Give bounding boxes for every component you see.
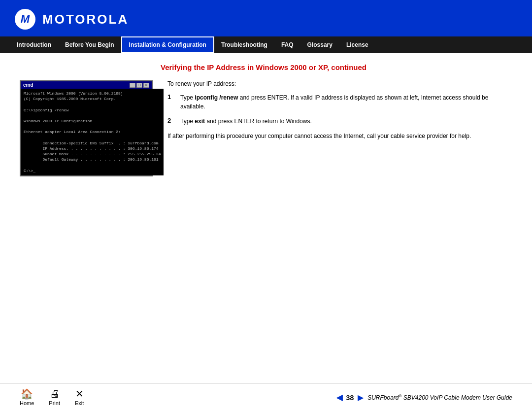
page-number: 38	[346, 394, 354, 402]
footer: 🏠 Home 🖨 Print ✕ Exit ◀ 38 ▶ SURFboard® …	[0, 383, 532, 411]
logo-m-symbol: M	[21, 13, 30, 26]
footer-home-label: Home	[20, 400, 34, 406]
footer-print-label: Print	[49, 400, 60, 406]
text-content: To renew your IP address: 1 Type ipconfi…	[167, 80, 507, 140]
motorola-logo-circle: M	[15, 9, 35, 30]
cmd-body-wrapper: Microsoft Windows 2000 [Version 5.00.219…	[21, 89, 152, 175]
cmd-body-text: Microsoft Windows 2000 [Version 5.00.219…	[21, 89, 164, 175]
step-2-text: Type exit and press ENTER to return to W…	[180, 117, 312, 126]
guide-title: SURFboard® SBV4200 VoIP Cable Modem User…	[367, 394, 512, 401]
footer-right: ◀ 38 ▶ SURFboard® SBV4200 VoIP Cable Mod…	[336, 393, 512, 402]
cmd-minimize-button[interactable]: _	[130, 83, 135, 88]
back-arrow-icon: ◀	[336, 393, 342, 402]
footer-nav: 🏠 Home 🖨 Print ✕ Exit	[20, 389, 84, 406]
nav-before-you-begin[interactable]: Before You Begin	[58, 36, 121, 53]
cmd-close-button[interactable]: ×	[143, 83, 149, 88]
nav-glossary[interactable]: Glossary	[300, 36, 339, 53]
nav-troubleshooting[interactable]: Troubleshooting	[214, 36, 274, 53]
step-2-number: 2	[167, 117, 175, 124]
exit-icon: ✕	[75, 389, 84, 399]
step-2: 2 Type exit and press ENTER to return to…	[167, 117, 507, 126]
nav-faq[interactable]: FAQ	[274, 36, 300, 53]
nav-installation-configuration[interactable]: Installation & Configuration	[121, 36, 214, 53]
cmd-titlebar-buttons: _ □ ×	[130, 83, 149, 88]
footer-exit-label: Exit	[75, 400, 84, 406]
step-1-text: Type ipconfig /renew and press ENTER. If…	[180, 93, 507, 111]
content-area: Verifying the IP Address in Windows 2000…	[0, 53, 532, 186]
footer-exit[interactable]: ✕ Exit	[75, 389, 84, 406]
step-1: 1 Type ipconfig /renew and press ENTER. …	[167, 93, 507, 111]
print-icon: 🖨	[50, 389, 60, 399]
cmd-screenshot: cmd _ □ × Microsoft Windows 2000 [Versio…	[20, 80, 153, 176]
note-text: If after performing this procedure your …	[167, 132, 507, 140]
nav-bar: Introduction Before You Begin Installati…	[0, 36, 532, 53]
cmd-title-label: cmd	[23, 82, 33, 88]
step-1-number: 1	[167, 93, 175, 101]
renew-label: To renew your IP address:	[167, 80, 507, 87]
home-icon: 🏠	[21, 389, 33, 399]
content-row: cmd _ □ × Microsoft Windows 2000 [Versio…	[20, 80, 507, 176]
cmd-titlebar: cmd _ □ ×	[21, 81, 152, 89]
brand-name: MOTOROLA	[42, 12, 129, 27]
cmd-maximize-button[interactable]: □	[136, 83, 142, 88]
page-title: Verifying the IP Address in Windows 2000…	[20, 63, 507, 71]
forward-arrow-icon: ▶	[358, 393, 364, 402]
footer-print[interactable]: 🖨 Print	[49, 389, 60, 406]
header-bar: M MOTOROLA	[0, 0, 532, 36]
footer-home[interactable]: 🏠 Home	[20, 389, 34, 406]
nav-license[interactable]: License	[339, 36, 375, 53]
nav-introduction[interactable]: Introduction	[10, 36, 58, 53]
